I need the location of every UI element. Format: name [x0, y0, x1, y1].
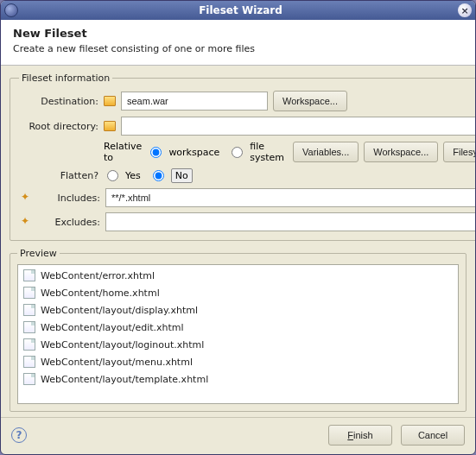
file-icon [23, 338, 35, 351]
includes-icon: ✦ [19, 192, 31, 204]
flatten-yes-radio[interactable] [107, 170, 118, 181]
includes-row: ✦ Includes: [19, 188, 475, 207]
close-icon[interactable]: × [458, 3, 472, 17]
cancel-button[interactable]: Cancel [401, 425, 465, 446]
window-title: Fileset Wizard [23, 4, 458, 16]
list-item[interactable]: WebContent/layout/display.xhtml [20, 301, 456, 319]
wizard-window: Fileset Wizard × New Fileset Create a ne… [0, 0, 476, 455]
flatten-no-label: No [171, 168, 193, 183]
fileset-info-group: Fileset information Destination: Workspa… [10, 73, 475, 241]
finish-button[interactable]: Finish [328, 425, 392, 446]
help-icon[interactable]: ? [11, 427, 27, 443]
list-item[interactable]: WebContent/layout/menu.xhtml [20, 353, 456, 370]
excludes-label: Excludes: [36, 217, 100, 228]
file-icon [23, 269, 35, 281]
relative-filesystem-label: file system [250, 141, 284, 163]
relative-label: Relative to [104, 141, 142, 163]
rootdir-input[interactable] [121, 117, 475, 136]
open-folder-icon [104, 121, 116, 131]
wizard-body: Fileset information Destination: Workspa… [1, 66, 475, 417]
flatten-yes-label: Yes [125, 170, 141, 181]
excludes-icon: ✦ [19, 216, 31, 228]
relative-workspace-label: workspace [168, 147, 219, 158]
file-icon [23, 321, 35, 333]
list-item[interactable]: WebContent/home.xhtml [20, 284, 456, 301]
filesystem-button[interactable]: Filesystem... [443, 142, 475, 162]
page-subtitle: Create a new fileset consisting of one o… [13, 43, 463, 54]
finish-rest: inish [353, 430, 373, 440]
destination-label: Destination: [19, 96, 98, 107]
folder-icon [104, 96, 116, 106]
excludes-row: ✦ Excludes: [19, 212, 475, 231]
wizard-footer: ? Finish Cancel [1, 417, 475, 454]
list-item[interactable]: WebContent/layout/edit.xhtml [20, 319, 456, 336]
file-icon [23, 373, 35, 385]
page-title: New Fileset [13, 27, 463, 40]
workspace2-button[interactable]: Workspace... [364, 142, 438, 162]
file-icon [23, 356, 35, 368]
list-item[interactable]: WebContent/layout/template.xhtml [20, 370, 456, 388]
list-item[interactable]: WebContent/layout/loginout.xhtml [20, 336, 456, 353]
includes-input[interactable] [105, 188, 475, 207]
excludes-input[interactable] [105, 212, 475, 231]
file-icon [23, 287, 35, 299]
destination-row: Destination: Workspace... [19, 91, 475, 111]
app-icon [4, 3, 18, 17]
file-icon [23, 304, 35, 316]
flatten-no-radio[interactable] [153, 170, 164, 181]
relative-filesystem-radio[interactable] [232, 147, 243, 158]
flatten-label: Flatten? [19, 170, 98, 181]
preview-list[interactable]: WebContent/error.xhtml WebContent/home.x… [17, 264, 459, 404]
preview-legend: Preview [17, 248, 60, 259]
relative-workspace-radio[interactable] [150, 147, 162, 158]
list-item[interactable]: WebContent/error.xhtml [20, 267, 456, 284]
preview-group: Preview WebContent/error.xhtml WebConten… [10, 248, 466, 412]
rootdir-label: Root directory: [19, 121, 98, 132]
destination-input[interactable] [121, 92, 268, 111]
fileset-info-legend: Fileset information [19, 73, 112, 84]
workspace-button[interactable]: Workspace... [273, 91, 347, 111]
relative-row: Relative to workspace file system Variab… [19, 141, 475, 163]
wizard-header: New Fileset Create a new fileset consist… [1, 20, 475, 66]
rootdir-row: Root directory: [19, 117, 475, 136]
flatten-row: Flatten? Yes No [19, 168, 475, 183]
titlebar: Fileset Wizard × [1, 1, 475, 20]
variables-button[interactable]: Variables... [293, 142, 359, 162]
includes-label: Includes: [36, 193, 100, 204]
